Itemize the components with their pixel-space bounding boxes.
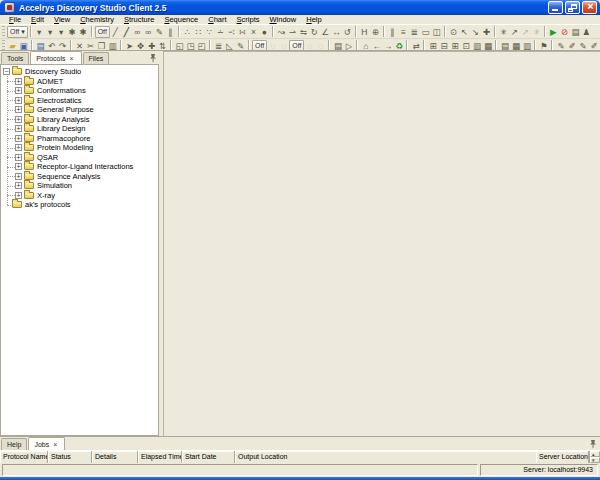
tree-expander-icon[interactable] [15,125,22,132]
monitor-reset-icon[interactable]: ↺ [342,26,353,38]
menu-sequence[interactable]: Sequence [159,15,203,24]
measure-tool-icon-2[interactable]: ⇀ [287,26,298,38]
stop-job-button[interactable]: ⊘ [559,26,570,38]
bond-edit-icon-1[interactable]: ∸ [215,26,226,38]
folder-icon [24,163,34,170]
column-header[interactable]: Elapsed Time [138,451,182,463]
folder-icon [24,97,34,104]
draw-bold-bond-icon[interactable]: ╱ [121,26,132,38]
color-by-dropdown[interactable]: ▾ [34,26,45,38]
tree-expander-icon[interactable] [15,173,22,180]
sequence-bars-icon-1[interactable]: ∥ [387,26,398,38]
sequence-bars-icon-3[interactable]: ≣ [409,26,420,38]
pin-icon[interactable] [149,53,157,63]
tree-item[interactable]: X-ray [1,191,158,201]
distance-monitor-icon[interactable]: ↔ [331,26,342,38]
split-view-icon[interactable]: ◫ [431,26,442,38]
sequence-bars-icon-2[interactable]: ≡ [398,26,409,38]
tab-close-icon[interactable] [53,441,59,448]
menu-help[interactable]: Help [301,15,326,24]
close-button[interactable] [582,1,597,14]
tree-expander-icon[interactable] [15,97,22,104]
sketch-mode-off-dropdown[interactable]: Off [95,26,110,38]
menu-file[interactable]: File [4,15,26,24]
pin-icon[interactable] [589,439,597,449]
label-tool-icon-2[interactable]: ✱ [78,26,89,38]
lasso-select-icon[interactable]: ⊙ [448,26,459,38]
display-style-off-dropdown[interactable]: Off ▾ [7,26,28,38]
tree-expander-icon[interactable] [15,87,22,94]
trajectory-icon-2[interactable]: ↗ [520,26,531,38]
menu-edit[interactable]: Edit [26,15,49,24]
menu-window[interactable]: Window [265,15,302,24]
rotate-bond-icon[interactable]: ↻ [309,26,320,38]
tree-expander-icon[interactable] [15,144,22,151]
atom-sphere-icon[interactable]: ● [259,26,270,38]
tree-expander-icon[interactable] [3,68,10,75]
hydrogens-toggle[interactable]: H [359,26,370,38]
menu-view[interactable]: View [49,15,75,24]
atom-dots-icon-1[interactable]: ∴ [182,26,193,38]
tab-close-icon[interactable] [70,55,76,62]
render-dropdown-2[interactable]: ▾ [56,26,67,38]
delete-atom-icon[interactable]: × [248,26,259,38]
column-header[interactable]: Protocol Name [0,451,48,463]
menu-scripts[interactable]: Scripts [232,15,265,24]
job-report-icon[interactable]: ▤ [570,26,581,38]
toolbar-separator [355,26,357,37]
column-header[interactable]: Start Date [182,451,235,463]
tab-label: Help [7,441,21,448]
tree-item-label: Discovery Studio [25,67,81,76]
atom-dots-icon-3[interactable]: ∵ [204,26,215,38]
column-header[interactable]: Details [92,451,138,463]
tab-help[interactable]: Help [1,438,27,450]
restore-button[interactable] [565,1,580,14]
tree-expander-icon[interactable] [15,116,22,123]
angle-monitor-icon[interactable]: ∠ [320,26,331,38]
spin-tool-icon-1[interactable]: ✳ [498,26,509,38]
menu-chemistry[interactable]: Chemistry [75,15,119,24]
tree-expander-icon[interactable] [15,163,22,170]
render-dropdown-1[interactable]: ▾ [45,26,56,38]
parallel-bonds-icon[interactable]: ∥ [165,26,176,38]
trajectory-icon-1[interactable]: ↗ [509,26,520,38]
tree-expander-icon[interactable] [15,182,22,189]
jobs-user-icon[interactable]: ♟ [581,26,592,38]
column-header[interactable]: Output Location [235,451,536,463]
menu-chart[interactable]: Chart [203,15,231,24]
tree-expander-icon[interactable] [15,192,22,199]
grow-selection-icon[interactable]: ↘ [470,26,481,38]
tree-expander-icon[interactable] [15,106,22,113]
column-header[interactable]: Status [48,451,92,463]
tab-protocols[interactable]: Protocols [30,51,81,64]
minimize-button[interactable] [548,1,563,14]
tree-expander-icon[interactable] [15,135,22,142]
draw-bond-icon[interactable]: ╱ [110,26,121,38]
tree-expander-icon[interactable] [15,78,22,85]
bond-edit-icon-2[interactable]: ∹ [226,26,237,38]
sketch-pencil-icon[interactable]: ✎ [154,26,165,38]
label-tool-icon-1[interactable]: ✱ [67,26,78,38]
column-header[interactable]: Server Location [536,451,589,463]
measure-tool-icon-1[interactable]: ↝ [276,26,287,38]
pointer-select-icon[interactable]: ↖ [459,26,470,38]
chain-link-icon-2[interactable]: ∞ [143,26,154,38]
chain-link-icon-1[interactable]: ∞ [132,26,143,38]
bond-edit-icon-3[interactable]: ∺ [237,26,248,38]
jobs-scrollbar[interactable] [589,451,600,463]
aromatic-ring-toggle[interactable]: ⊕ [370,26,381,38]
tab-files[interactable]: Files [83,52,110,64]
measure-tool-icon-3[interactable]: ⇋ [298,26,309,38]
tree-item[interactable]: ak's protocols [1,200,158,210]
tab-tools[interactable]: Tools [1,52,29,64]
alignment-block-icon[interactable]: ▭ [420,26,431,38]
center-selection-icon[interactable]: ✚ [481,26,492,38]
spin-tool-icon-2[interactable]: ✳ [531,26,542,38]
atom-dots-icon-2[interactable]: ∷ [193,26,204,38]
explorer-tab-strip: Tools Protocols Files [0,51,160,64]
folder-icon [24,135,34,142]
tab-jobs[interactable]: Jobs [28,437,65,450]
menu-structure[interactable]: Structure [119,15,159,24]
run-protocol-button[interactable]: ▶ [548,26,559,38]
tree-expander-icon[interactable] [15,154,22,161]
